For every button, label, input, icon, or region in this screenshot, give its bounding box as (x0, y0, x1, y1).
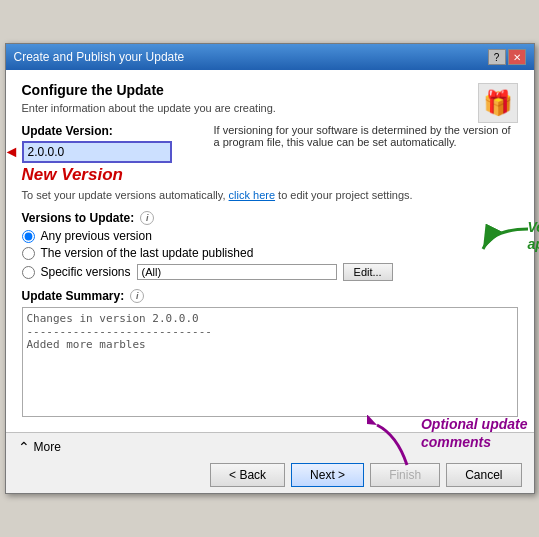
radio-specific: Specific versions Edit... (22, 263, 518, 281)
version-row: Update Version: ◄ New Version If version… (22, 124, 518, 185)
new-version-label: New Version (22, 165, 123, 184)
page-subtitle: Enter information about the update you a… (22, 102, 276, 114)
title-controls: ? ✕ (488, 49, 526, 65)
version-label: Update Version: (22, 124, 202, 138)
summary-label: Update Summary: (22, 289, 125, 303)
radio-specific-label: Specific versions (41, 265, 131, 279)
title-bar: Create and Publish your Update ? ✕ (6, 44, 534, 70)
versions-section: Versions to Update: i Any previous versi… (22, 211, 518, 281)
summary-wrapper: Changes in version 2.0.0.0 -------------… (22, 307, 518, 420)
versions-header: Versions to Update: i (22, 211, 518, 225)
update-summary-section: Update Summary: i Changes in version 2.0… (22, 289, 518, 420)
versions-label: Versions to Update: (22, 211, 135, 225)
edit-button[interactable]: Edit... (343, 263, 393, 281)
specific-versions-input[interactable] (137, 264, 337, 280)
content-area: Configure the Update Enter information a… (6, 70, 534, 433)
version-right: If versioning for your software is deter… (214, 124, 518, 185)
green-annotation: Versions that canapply this update (528, 219, 540, 253)
radio-any-input[interactable] (22, 230, 35, 243)
more-chevron-icon: ⌃ (18, 439, 30, 455)
radio-specific-input[interactable] (22, 266, 35, 279)
page-header: Configure the Update Enter information a… (22, 82, 518, 124)
summary-header: Update Summary: i (22, 289, 518, 303)
radio-last-input[interactable] (22, 247, 35, 260)
page-title: Configure the Update (22, 82, 276, 98)
version-description: If versioning for your software is deter… (214, 124, 511, 148)
close-button[interactable]: ✕ (508, 49, 526, 65)
main-window: Create and Publish your Update ? ✕ Confi… (5, 43, 535, 494)
version-left: Update Version: ◄ New Version (22, 124, 202, 185)
purple-arrow-svg (367, 415, 417, 470)
purple-annotation-text: Optional updatecomments (421, 415, 528, 451)
help-button[interactable]: ? (488, 49, 506, 65)
header-text: Configure the Update Enter information a… (22, 82, 276, 124)
back-button[interactable]: < Back (210, 463, 285, 487)
summary-textarea[interactable]: Changes in version 2.0.0.0 -------------… (22, 307, 518, 417)
purple-annotation: Optional updatecomments (367, 415, 528, 470)
window-title: Create and Publish your Update (14, 50, 185, 64)
green-arrow-svg (473, 224, 533, 269)
next-button[interactable]: Next > (291, 463, 364, 487)
version-input-wrapper: ◄ (22, 141, 172, 163)
auto-note: To set your update versions automaticall… (22, 189, 518, 201)
radio-last-label: The version of the last update published (41, 246, 254, 260)
new-version-annotation: New Version (22, 165, 202, 185)
auto-note-suffix: to edit your project settings. (275, 189, 413, 201)
radio-group: Any previous version The version of the … (22, 229, 518, 281)
more-label[interactable]: More (34, 440, 61, 454)
radio-last: The version of the last update published (22, 246, 518, 260)
auto-note-prefix: To set your update versions automaticall… (22, 189, 229, 201)
versions-info-icon: i (140, 211, 154, 225)
red-arrow-icon: ◄ (4, 143, 20, 161)
radio-any-label: Any previous version (41, 229, 152, 243)
version-input[interactable] (22, 141, 172, 163)
update-version-section: Update Version: ◄ New Version If version… (22, 124, 518, 201)
click-here-link[interactable]: click here (229, 189, 275, 201)
summary-info-icon: i (130, 289, 144, 303)
wizard-icon: 🎁 (478, 83, 518, 123)
radio-any: Any previous version (22, 229, 518, 243)
